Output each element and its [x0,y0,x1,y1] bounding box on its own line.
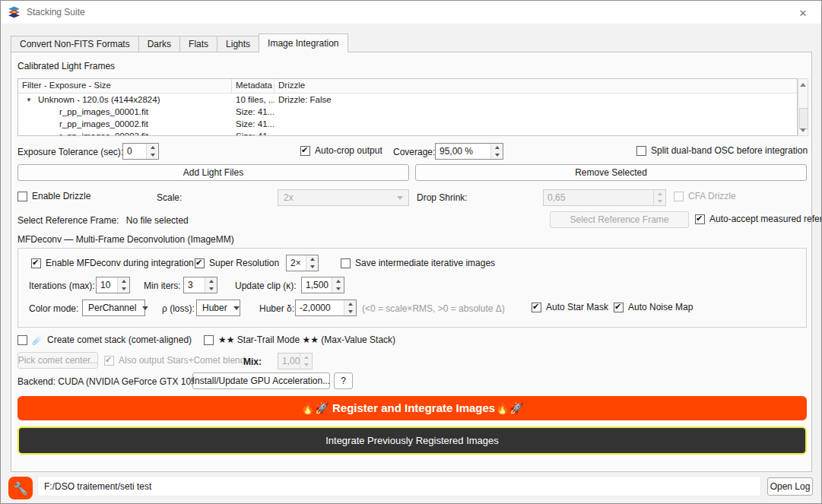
spinner-value: 2× [287,255,306,271]
star-trail-mode-checkbox[interactable]: ★★ Star-Trail Mode ★★ (Max-Value Stack) [204,334,395,345]
spinner-arrows-icon[interactable] [205,277,217,293]
calibrated-frames-title: Calibrated Light Frames [17,61,115,71]
install-gpu-acceleration-button[interactable]: Install/Update GPU Acceleration... [192,372,330,389]
huber-delta-spinner[interactable]: -2,0000 [295,300,357,316]
reference-frame-label: Select Reference Frame: No file selected [17,215,189,226]
scale-label: Scale: [157,192,182,203]
spinner-arrows-icon[interactable] [490,144,503,159]
table-row[interactable]: r_pp_images_00001.fit Size: 41... [18,106,797,118]
cfa-drizzle-checkbox[interactable]: CFA Drizzle [674,191,736,201]
spinner-arrows-icon[interactable] [117,277,129,293]
enable-mfdeconv-label: Enable MFDeconv during integration [46,258,194,268]
checkbox-box [300,146,310,156]
auto-accept-reference-checkbox[interactable]: Auto-accept measured reference [695,214,822,224]
tab-bar: Convert Non-FITS Formats Darks Flats Lig… [11,33,348,52]
register-and-integrate-button[interactable]: 🔥🚀 Register and Integrate Images🔥🚀 [17,396,807,420]
split-dual-band-checkbox[interactable]: Split dual-band OSC before integration [636,145,808,156]
huber-hint-text: (<0 = scale×RMS, >0 = absolute Δ) [362,303,505,314]
tab-convert-non-fits[interactable]: Convert Non-FITS Formats [11,36,139,52]
scroll-up-icon[interactable] [798,79,808,90]
iterations-label: Iterations (max): [29,281,95,291]
enable-mfdeconv-checkbox[interactable]: Enable MFDeconv during integration [31,258,194,268]
pick-comet-center-button[interactable]: Pick comet center... [17,352,98,369]
select-value: Huber [202,303,227,313]
coverage-spinner[interactable]: 95,00 % [435,143,503,160]
reference-value-text: No file selected [126,215,189,226]
drop-shrink-spinner[interactable]: 0,65 [543,189,666,206]
table-scrollbar[interactable] [798,78,808,136]
table-row[interactable]: r_pp_images_00002.fit Size: 41... [18,118,797,130]
expander-icon[interactable]: ▼ [26,97,33,103]
split-dual-band-label: Split dual-band OSC before integration [651,145,808,156]
tab-darks[interactable]: Darks [138,36,180,52]
auto-noise-map-checkbox[interactable]: Auto Noise Map [614,302,693,312]
spinner-arrows-icon[interactable] [344,300,356,315]
output-path-input[interactable] [37,476,761,496]
update-clip-spinner[interactable]: 1,500 [301,277,344,293]
help-button[interactable]: ? [334,372,353,389]
row-metadata: Size: 41... [232,107,275,116]
spinner-arrows-icon[interactable] [306,255,318,271]
drop-shrink-label: Drop Shrink: [417,192,468,203]
wrench-icon[interactable]: 🔧 [8,477,33,499]
super-resolution-spinner[interactable]: 2× [286,255,319,271]
table-row[interactable]: ▼Unknown - 120.0s (4144x2824) 10 files, … [18,94,797,106]
row-name: Unknown - 120.0s (4144x2824) [38,95,160,104]
table-row[interactable]: r_pp_images_00003.fit Size: 41 [18,130,797,136]
stars-comet-blend-checkbox[interactable]: Also output Stars+Comet blend [104,355,245,366]
checkbox-box [195,258,205,268]
integrate-previously-registered-button[interactable]: Integrate Previously Registered Images [17,426,807,455]
exposure-tolerance-spinner[interactable]: 0 [122,143,159,160]
checkbox-box [31,258,41,268]
mix-spinner[interactable]: 1,00 [278,353,313,369]
row-metadata: Size: 41... [232,119,275,128]
drizzle-scale-select[interactable]: 2x [278,189,409,206]
spinner-arrows-icon[interactable] [146,144,158,159]
remove-selected-button[interactable]: Remove Selected [415,164,807,181]
reference-label-text: Select Reference Frame: [17,215,119,226]
spinner-arrows-icon[interactable] [300,353,312,369]
iterations-spinner[interactable]: 10 [96,277,130,293]
select-reference-frame-button[interactable]: Select Reference Frame [550,211,689,228]
min-iters-spinner[interactable]: 3 [183,277,217,293]
open-log-button[interactable]: Open Log [767,477,813,496]
auto-star-mask-label: Auto Star Mask [546,302,608,312]
scroll-down-icon[interactable] [798,125,808,135]
column-metadata[interactable]: Metadata [232,79,275,93]
color-mode-select[interactable]: PerChannel [82,300,145,316]
checkbox-box [636,146,646,156]
cfa-drizzle-label: CFA Drizzle [688,191,736,201]
rho-loss-select[interactable]: Huber [196,300,240,316]
enable-drizzle-checkbox[interactable]: Enable Drizzle [17,191,90,201]
super-resolution-checkbox[interactable]: Super Resolution [195,258,279,268]
chevron-down-icon [397,196,403,200]
add-light-files-button[interactable]: Add Light Files [17,164,409,181]
auto-noise-map-label: Auto Noise Map [628,302,693,312]
column-drizzle[interactable]: Drizzle [275,79,797,93]
tab-flats[interactable]: Flats [179,36,217,52]
close-icon[interactable]: ✕ [795,5,811,21]
auto-star-mask-checkbox[interactable]: Auto Star Mask [532,302,608,312]
light-frames-table[interactable]: Filter - Exposure - Size Metadata Drizzl… [17,78,798,136]
save-intermediate-checkbox[interactable]: Save intermediate iterative images [341,258,495,268]
checkbox-box [341,258,351,268]
spinner-value: 1,00 [278,353,300,369]
tab-image-integration[interactable]: Image Integration [259,33,348,52]
spinner-arrows-icon[interactable] [332,277,344,293]
select-value: PerChannel [88,303,136,313]
mfdeconv-group-title: MFDeconv — Multi-Frame Deconvolution (Im… [17,234,234,245]
spinner-value: 3 [184,277,205,293]
super-resolution-label: Super Resolution [209,258,279,268]
tab-lights[interactable]: Lights [217,36,259,52]
comet-icon: ☄️ [32,334,43,345]
app-window: Stacking Suite ✕ Convert Non-FITS Format… [0,0,822,504]
spinner-arrows-icon[interactable] [653,190,665,205]
auto-crop-checkbox[interactable]: Auto-crop output [300,145,382,156]
min-iters-label: Min iters: [144,281,181,291]
select-value: 2x [284,192,294,203]
save-intermediate-label: Save intermediate iterative images [355,258,495,268]
create-comet-stack-checkbox[interactable]: ☄️ Create comet stack (comet-aligned) [17,334,192,345]
chevron-down-icon [142,306,148,310]
column-filter-exposure-size[interactable]: Filter - Exposure - Size [18,79,232,93]
row-drizzle: Drizzle: False [275,95,797,104]
